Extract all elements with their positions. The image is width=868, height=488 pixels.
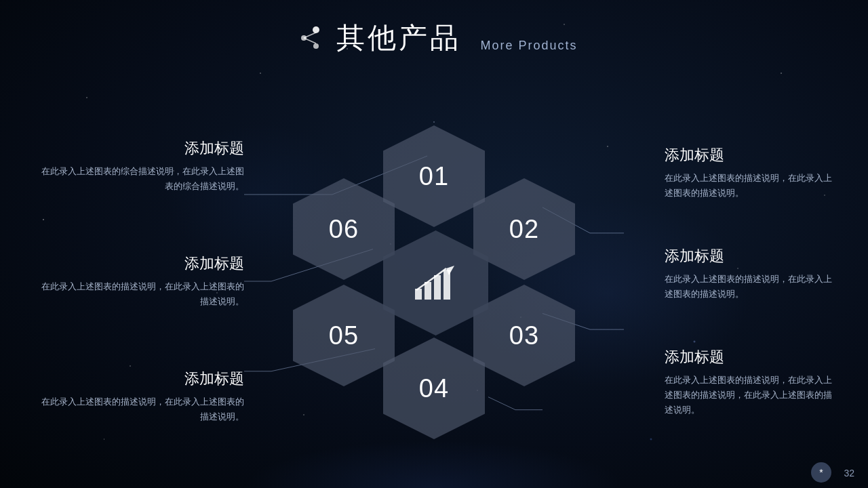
hex-05-inner: 05 xyxy=(293,285,395,386)
main-content: 添加标题 在此录入上述图表的综合描述说明，在此录入上述图表的综合描述说明。 添加… xyxy=(0,95,868,468)
hex-05: 05 xyxy=(293,285,395,386)
hex-center-inner xyxy=(383,230,488,336)
left-label-01-desc: 在此录入上述图表的综合描述说明，在此录入上述图表的综合描述说明。 xyxy=(41,164,244,194)
hex-06: 06 xyxy=(293,178,395,280)
left-label-05-title: 添加标题 xyxy=(41,369,244,389)
hex-04: 04 xyxy=(383,338,485,439)
right-label-04: 添加标题 在此录入上述图表的描述说明，在此录入上述图表的描述说明，在此录入上述图… xyxy=(665,347,834,418)
page-number: 32 xyxy=(844,468,854,479)
svg-rect-18 xyxy=(425,282,431,300)
header-icon-wrapper xyxy=(290,20,326,56)
svg-point-2 xyxy=(313,43,319,49)
hex-04-inner: 04 xyxy=(383,338,485,439)
hex-03-inner: 03 xyxy=(473,285,575,386)
hex-05-number: 05 xyxy=(329,321,359,350)
left-label-01-title: 添加标题 xyxy=(41,138,244,159)
chart-growth-icon xyxy=(412,263,460,304)
right-label-03-desc: 在此录入上述图表的描述说明，在此录入上述图表的描述说明。 xyxy=(665,272,834,302)
right-label-02: 添加标题 在此录入上述图表的描述说明，在此录入上述图表的描述说明。 xyxy=(665,145,834,201)
svg-line-3 xyxy=(304,33,316,38)
left-labels-container: 添加标题 在此录入上述图表的综合描述说明，在此录入上述图表的综合描述说明。 添加… xyxy=(41,95,244,468)
svg-rect-17 xyxy=(415,289,422,300)
hex-01: 01 xyxy=(383,125,485,227)
left-label-05: 添加标题 在此录入上述图表的描述说明，在此录入上述图表的描述说明。 xyxy=(41,369,244,424)
content-area: 其他产品 More Products xyxy=(0,0,868,488)
left-label-06-desc: 在此录入上述图表的描述说明，在此录入上述图表的描述说明。 xyxy=(41,279,244,309)
hex-02: 02 xyxy=(473,178,575,280)
hex-02-number: 02 xyxy=(509,215,539,244)
svg-line-4 xyxy=(304,38,316,43)
hex-center xyxy=(383,230,488,336)
title-cn: 其他产品 xyxy=(336,19,461,57)
hex-03: 03 xyxy=(473,285,575,386)
star-symbol: * xyxy=(819,467,823,478)
network-icon xyxy=(290,20,326,56)
svg-point-0 xyxy=(313,26,319,33)
right-labels-container: 添加标题 在此录入上述图表的描述说明，在此录入上述图表的描述说明。 添加标题 在… xyxy=(665,95,834,468)
left-label-01: 添加标题 在此录入上述图表的综合描述说明，在此录入上述图表的综合描述说明。 xyxy=(41,138,244,194)
title-en: More Products xyxy=(480,39,577,57)
right-label-02-title: 添加标题 xyxy=(665,145,834,165)
honeycomb: 01 02 03 04 xyxy=(292,119,576,444)
left-label-05-desc: 在此录入上述图表的描述说明，在此录入上述图表的描述说明。 xyxy=(41,394,244,424)
hex-01-inner: 01 xyxy=(383,125,485,227)
hex-04-number: 04 xyxy=(419,374,449,403)
hex-02-inner: 02 xyxy=(473,178,575,280)
hex-03-number: 03 xyxy=(509,321,539,350)
left-label-06: 添加标题 在此录入上述图表的描述说明，在此录入上述图表的描述说明。 xyxy=(41,253,244,309)
hex-06-inner: 06 xyxy=(293,178,395,280)
right-label-04-desc: 在此录入上述图表的描述说明，在此录入上述图表的描述说明，在此录入上述图表的描述说… xyxy=(665,373,834,418)
right-label-02-desc: 在此录入上述图表的描述说明，在此录入上述图表的描述说明。 xyxy=(665,171,834,201)
right-label-04-title: 添加标题 xyxy=(665,347,834,367)
svg-rect-19 xyxy=(434,275,441,300)
right-label-03-title: 添加标题 xyxy=(665,246,834,266)
left-label-06-title: 添加标题 xyxy=(41,253,244,274)
page-star: * xyxy=(811,462,831,483)
header: 其他产品 More Products xyxy=(0,0,868,57)
right-label-03: 添加标题 在此录入上述图表的描述说明，在此录入上述图表的描述说明。 xyxy=(665,246,834,302)
hex-01-number: 01 xyxy=(419,162,449,191)
hex-06-number: 06 xyxy=(329,215,359,244)
